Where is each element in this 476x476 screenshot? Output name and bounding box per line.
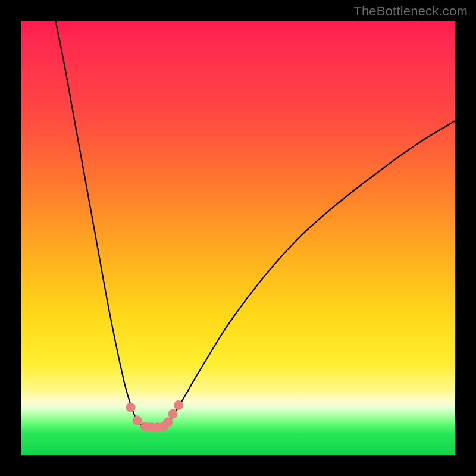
left-marker-upper [126, 403, 136, 412]
curve-right-branch [164, 121, 455, 427]
chart-frame: TheBottleneck.com [0, 0, 476, 476]
plot-area [21, 21, 455, 455]
watermark-text: TheBottleneck.com [353, 4, 468, 19]
chart-svg [21, 21, 455, 455]
right-marker-top [174, 400, 183, 410]
right-marker-upper [168, 409, 178, 419]
right-marker-lower [163, 418, 173, 427]
left-marker-lower [133, 416, 142, 425]
curve-left-branch [55, 21, 145, 427]
